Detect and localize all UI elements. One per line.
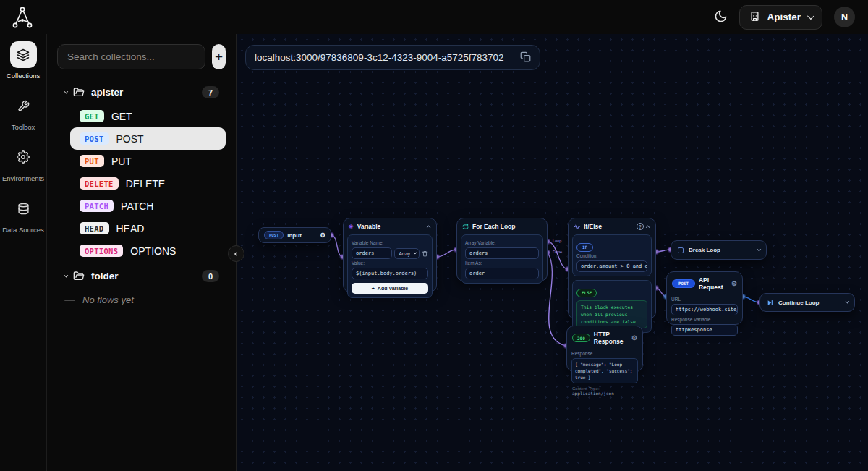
- variable-value-input[interactable]: $(input.body.orders): [352, 268, 428, 279]
- nav-rail: Collections Toolbox Environments Data So…: [0, 34, 47, 471]
- chevron-left-icon: [234, 252, 239, 256]
- status-badge: 200: [572, 334, 590, 342]
- field-label: URL: [671, 297, 738, 302]
- rail-item-environments[interactable]: Environments: [1, 144, 46, 183]
- chevron-down-icon: [64, 273, 69, 277]
- search-input[interactable]: [57, 44, 205, 69]
- trash-icon[interactable]: [422, 250, 428, 257]
- variable-name-input[interactable]: orders: [352, 247, 392, 259]
- topbar: Apister N: [0, 0, 868, 34]
- moon-icon: [714, 9, 728, 25]
- field-label: Item As:: [465, 260, 539, 266]
- gear-icon[interactable]: ⚙: [631, 335, 637, 341]
- method-badge: POST: [80, 132, 109, 145]
- flow-item-delete[interactable]: DELETE DELETE: [70, 172, 226, 195]
- rail-item-toolbox[interactable]: Toolbox: [1, 93, 46, 132]
- node-title: Continue Loop: [778, 300, 819, 306]
- folder-open-icon: [73, 271, 85, 282]
- if-badge: IF: [576, 243, 593, 252]
- method-badge: POST: [672, 279, 695, 288]
- method-badge: OPTIONS: [80, 245, 123, 257]
- content-type-row: Content-Type: application/json: [571, 383, 638, 396]
- chevron-down-icon: [807, 12, 814, 20]
- collection-name: folder: [91, 271, 119, 281]
- field-label: Response: [571, 351, 638, 356]
- node-http-response[interactable]: 200 HTTP Response ⚙ Response { "message"…: [566, 326, 643, 372]
- node-variable[interactable]: ✳ Variable Variable Name: orders Array: [343, 218, 437, 292]
- flow-item-get[interactable]: GET GET: [70, 105, 226, 127]
- empty-folder-note: No flows yet: [57, 287, 226, 305]
- node-for-each-loop[interactable]: For Each Loop Array Variable: orders Ite…: [456, 218, 548, 281]
- node-if-else[interactable]: If/Else ? IF Condition: order.amount > 0…: [568, 218, 656, 319]
- add-collection-button[interactable]: +: [212, 44, 226, 69]
- collection-row-apister[interactable]: apister 7: [57, 81, 226, 103]
- collections-sidebar: + apister 7 GET GET POST POST: [47, 34, 237, 471]
- chevron-up-icon[interactable]: [427, 226, 431, 230]
- condition-input[interactable]: order.amount > 0 and order.cus: [576, 260, 647, 272]
- chevron-down-icon[interactable]: [846, 300, 850, 304]
- app-logo-icon[interactable]: [12, 6, 33, 29]
- help-icon[interactable]: ?: [637, 223, 644, 230]
- port-label-done: Done: [553, 250, 562, 254]
- variable-type-select[interactable]: Array: [394, 248, 420, 259]
- field-label: Response Variable: [671, 317, 738, 322]
- dash-icon: [64, 300, 75, 301]
- layers-icon: [10, 41, 37, 68]
- method-list: GET GET POST POST PUT PUT DELETE DELETE …: [70, 105, 226, 262]
- gear-icon[interactable]: ⚙: [731, 281, 737, 287]
- flow-item-patch[interactable]: PATCH PATCH: [70, 195, 226, 217]
- item-as-input[interactable]: order: [465, 268, 539, 279]
- chevron-up-icon[interactable]: [646, 226, 650, 230]
- copy-icon: [520, 51, 531, 64]
- avatar-initial: N: [841, 12, 848, 22]
- node-break-loop[interactable]: Break Loop: [671, 240, 767, 260]
- content-type-value: application/json: [572, 391, 614, 396]
- node-title: HTTP Response: [594, 331, 624, 345]
- field-label: Value:: [352, 260, 428, 266]
- selected-type: Array: [399, 251, 410, 256]
- array-variable-input[interactable]: orders: [465, 247, 539, 259]
- else-description: This block executes when all previous co…: [576, 300, 647, 328]
- empty-note-text: No flows yet: [82, 294, 134, 305]
- gear-icon[interactable]: ⚙: [320, 232, 326, 239]
- rail-item-data-sources[interactable]: Data Sources: [1, 195, 46, 234]
- node-title: If/Else: [584, 223, 602, 230]
- rail-label: Environments: [2, 174, 44, 183]
- workspace-name: Apister: [767, 12, 801, 22]
- chevron-down-icon[interactable]: [757, 247, 762, 251]
- flow-canvas[interactable]: localhost:3000/97836809-3c12-4323-9004-a…: [237, 34, 868, 471]
- collection-count-badge: 7: [202, 86, 219, 98]
- node-continue-loop[interactable]: Continue Loop: [760, 293, 855, 312]
- workspace-switcher[interactable]: Apister: [739, 5, 822, 30]
- sidebar-collapse-button[interactable]: [228, 245, 244, 262]
- url-input[interactable]: https://webhook.site/d4684f3…: [671, 304, 738, 315]
- flow-item-post[interactable]: POST POST: [70, 127, 226, 150]
- node-title: API Request: [699, 276, 724, 291]
- node-input[interactable]: POST Input ⚙: [258, 227, 331, 243]
- method-badge: HEAD: [80, 222, 109, 234]
- field-label: Variable Name:: [352, 240, 428, 245]
- flow-label: DELETE: [126, 178, 165, 190]
- node-api-request[interactable]: POST API Request ⚙ URL https://webhook.s…: [666, 271, 743, 325]
- rail-item-collections[interactable]: Collections: [1, 41, 46, 80]
- wrench-icon: [10, 93, 37, 119]
- user-avatar[interactable]: N: [834, 7, 855, 27]
- endpoint-url-bar[interactable]: localhost:3000/97836809-3c12-4323-9004-a…: [245, 45, 540, 70]
- rail-label: Toolbox: [12, 123, 35, 132]
- collection-row-folder[interactable]: folder 0: [57, 265, 226, 287]
- endpoint-url: localhost:3000/97836809-3c12-4323-9004-a…: [255, 52, 514, 63]
- copy-url-button[interactable]: [520, 51, 531, 64]
- add-variable-button[interactable]: + Add Variable: [352, 283, 428, 294]
- flow-item-options[interactable]: OPTIONS OPTIONS: [70, 239, 226, 262]
- flow-item-head[interactable]: HEAD HEAD: [70, 217, 226, 239]
- chevron-down-icon: [64, 89, 69, 93]
- flow-label: HEAD: [116, 223, 145, 234]
- response-variable-input[interactable]: httpResponse: [671, 324, 738, 336]
- collection-name: apister: [91, 87, 123, 98]
- variable-icon: ✳: [349, 224, 354, 230]
- flow-item-put[interactable]: PUT PUT: [70, 150, 226, 172]
- database-icon: [10, 195, 37, 222]
- field-label: Array Variable:: [465, 240, 539, 245]
- dark-mode-toggle[interactable]: [714, 9, 728, 25]
- chevron-down-icon: [414, 250, 417, 253]
